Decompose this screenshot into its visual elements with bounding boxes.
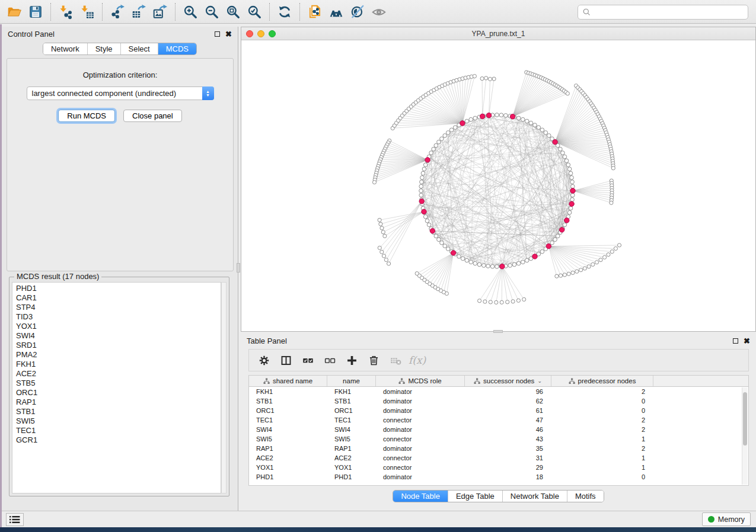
table-row[interactable]: YOX1YOX1connector291 <box>249 463 748 472</box>
horizontal-splitter-handle[interactable] <box>493 330 503 333</box>
mcds-result-item[interactable]: STB1 <box>16 407 221 416</box>
vertical-splitter-handle[interactable] <box>237 263 240 273</box>
optimization-criterion-select[interactable]: largest connected component (undirected)… <box>27 86 214 100</box>
column-header-shared-name[interactable]: shared name <box>249 376 327 386</box>
mcds-result-item[interactable]: SRD1 <box>16 341 221 350</box>
search-input[interactable] <box>591 5 748 19</box>
close-panel-button[interactable]: Close panel <box>123 110 182 122</box>
export-network-button[interactable] <box>107 2 128 22</box>
table-cell: dominator <box>376 406 465 415</box>
zoom-selected-button[interactable] <box>244 2 265 22</box>
mcds-result-item[interactable]: ACE2 <box>16 369 221 379</box>
mcds-result-item[interactable]: TID3 <box>16 312 221 322</box>
tab-style[interactable]: Style <box>88 43 121 55</box>
fit-content-button[interactable] <box>222 2 244 22</box>
float-panel-icon[interactable] <box>215 31 220 37</box>
table-row[interactable]: ACE2ACE2connector311 <box>249 453 748 463</box>
show-column-button[interactable] <box>277 351 295 369</box>
mcds-result-item[interactable]: CAR1 <box>16 293 221 303</box>
mcds-result-item[interactable]: STB5 <box>16 379 221 388</box>
table-row[interactable]: SWI5SWI5connector431 <box>249 434 748 444</box>
mcds-result-item[interactable]: SWI4 <box>16 331 221 341</box>
tab-mcds[interactable]: MCDS <box>158 43 196 55</box>
status-bar: Memory <box>0 511 756 527</box>
tab-motifs[interactable]: Motifs <box>567 491 604 502</box>
mcds-result-item[interactable]: YOX1 <box>16 322 221 331</box>
memory-button[interactable]: Memory <box>702 512 751 526</box>
mcds-result-item[interactable]: PHD1 <box>16 284 221 293</box>
table-cell: 47 <box>465 415 551 425</box>
float-table-panel-icon[interactable] <box>733 338 738 344</box>
table-row[interactable]: RAP1RAP1dominator352 <box>249 444 748 453</box>
export-table-button[interactable] <box>128 2 149 22</box>
tab-edge-table[interactable]: Edge Table <box>448 491 503 502</box>
open-file-button[interactable] <box>4 2 25 22</box>
mcds-result-item[interactable]: PMA2 <box>16 350 221 360</box>
function-builder-button[interactable]: f(x) <box>409 354 426 366</box>
table-row[interactable]: FKH1FKH1dominator962 <box>249 387 748 396</box>
table-scrollbar-thumb[interactable] <box>743 392 747 446</box>
delete-column-button[interactable] <box>365 351 382 369</box>
mcds-result-item[interactable]: STP4 <box>16 303 221 312</box>
show-all-button[interactable] <box>368 2 390 22</box>
table-cell: dominator <box>376 444 465 453</box>
table-row[interactable]: SWI4SWI4dominator462 <box>249 425 748 434</box>
mcds-result-item[interactable]: TEC1 <box>16 426 221 435</box>
table-row[interactable]: ORC1ORC1dominator610 <box>249 406 748 415</box>
column-header-predecessor-nodes[interactable]: predecessor nodes <box>551 376 653 386</box>
zoom-selected-icon <box>247 4 262 20</box>
table-cell: SWI5 <box>249 434 327 444</box>
hide-selected-button[interactable] <box>347 2 368 22</box>
table-cell: SWI4 <box>327 425 376 434</box>
table-row[interactable]: TEC1TEC1connector472 <box>249 415 748 425</box>
apply-layout-button[interactable] <box>274 2 295 22</box>
select-all-button[interactable] <box>299 351 317 369</box>
save-session-button[interactable] <box>25 2 46 22</box>
table-cell: connector <box>376 415 465 425</box>
network-from-selection-button[interactable] <box>304 2 326 22</box>
unselect-all-button[interactable] <box>321 351 339 369</box>
zoom-out-button[interactable] <box>201 2 222 22</box>
save-icon <box>28 4 43 20</box>
column-header-name[interactable]: name <box>327 376 376 386</box>
add-column-button[interactable] <box>343 351 361 369</box>
trash-icon <box>368 354 380 367</box>
network-canvas[interactable] <box>241 40 755 331</box>
table-row[interactable]: PHD1PHD1dominator180 <box>249 472 748 482</box>
import-table-button[interactable] <box>76 2 98 22</box>
mcds-result-scrollbar[interactable] <box>221 282 227 493</box>
close-table-panel-icon[interactable]: ✖ <box>744 337 750 345</box>
tab-network[interactable]: Network <box>43 43 88 55</box>
minimize-window-icon[interactable] <box>257 30 264 37</box>
close-panel-icon[interactable]: ✖ <box>225 30 232 38</box>
mcds-result-list[interactable]: PHD1CAR1STP4TID3YOX1SWI4SRD1PMA2FKH1ACE2… <box>12 282 221 493</box>
export-image-icon <box>152 4 168 20</box>
run-mcds-button[interactable]: Run MCDS <box>58 110 115 122</box>
zoom-in-button[interactable] <box>180 2 201 22</box>
tab-network-table[interactable]: Network Table <box>503 491 567 502</box>
table-cell: YOX1 <box>327 463 376 472</box>
namespace-icon <box>569 378 575 384</box>
table-cell: dominator <box>376 472 465 482</box>
memory-label: Memory <box>718 515 745 524</box>
mcds-result-item[interactable]: RAP1 <box>16 398 221 407</box>
task-history-button[interactable] <box>6 513 24 526</box>
import-network-button[interactable] <box>55 2 76 22</box>
tab-select[interactable]: Select <box>121 43 158 55</box>
export-image-button[interactable] <box>149 2 171 22</box>
column-header-MCDS-role[interactable]: MCDS role <box>376 376 465 386</box>
table-cell: 2 <box>551 387 653 396</box>
tab-node-table[interactable]: Node Table <box>393 491 448 502</box>
gear-icon <box>258 354 270 367</box>
mcds-result-item[interactable]: SWI5 <box>16 416 221 426</box>
mcds-result-item[interactable]: FKH1 <box>16 360 221 369</box>
maximize-window-icon[interactable] <box>269 30 276 37</box>
column-header-successor-nodes[interactable]: successor nodes⌄ <box>465 376 551 386</box>
table-mode-button[interactable] <box>255 351 273 369</box>
table-scrollbar[interactable] <box>742 387 748 485</box>
mcds-result-item[interactable]: ORC1 <box>16 388 221 398</box>
mcds-result-item[interactable]: GCR1 <box>16 435 221 445</box>
table-row[interactable]: STB1STB1dominator620 <box>249 396 748 406</box>
first-neighbors-button[interactable] <box>326 2 347 22</box>
close-window-icon[interactable] <box>246 30 253 37</box>
